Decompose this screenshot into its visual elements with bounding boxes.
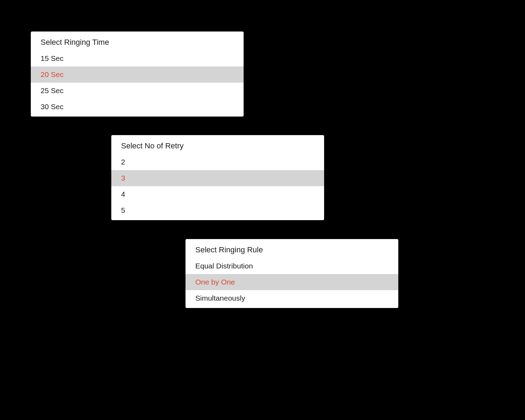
ringing-rule-option-simultaneously[interactable]: Simultaneously xyxy=(186,290,398,308)
retry-popup: Select No of Retry 2 3 4 5 xyxy=(111,135,324,220)
retry-option-3[interactable]: 3 xyxy=(111,170,324,186)
ringing-time-popup: Select Ringing Time 15 Sec 20 Sec 25 Sec… xyxy=(31,31,244,117)
ringing-time-option-20[interactable]: 20 Sec xyxy=(31,66,244,83)
ringing-rule-option-equal[interactable]: Equal Distribution xyxy=(186,258,398,274)
retry-option-5[interactable]: 5 xyxy=(111,202,324,220)
ringing-time-title: Select Ringing Time xyxy=(31,31,244,50)
ringing-time-option-15[interactable]: 15 Sec xyxy=(31,50,244,66)
retry-title: Select No of Retry xyxy=(111,135,324,154)
ringing-time-option-25[interactable]: 25 Sec xyxy=(31,83,244,99)
ringing-rule-popup: Select Ringing Rule Equal Distribution O… xyxy=(186,239,398,308)
retry-option-4[interactable]: 4 xyxy=(111,186,324,202)
retry-option-2[interactable]: 2 xyxy=(111,154,324,170)
ringing-rule-title: Select Ringing Rule xyxy=(186,239,398,258)
ringing-rule-option-onebyone[interactable]: One by One xyxy=(186,274,398,290)
ringing-time-option-30[interactable]: 30 Sec xyxy=(31,99,244,117)
